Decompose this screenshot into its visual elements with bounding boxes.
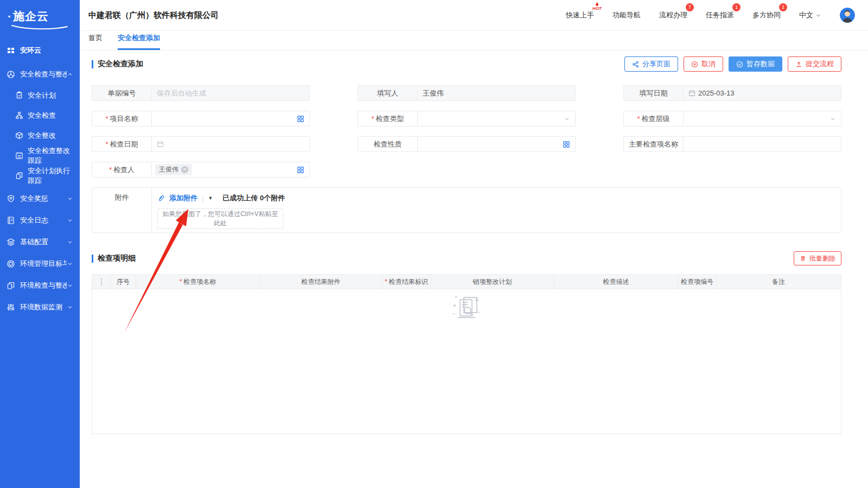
menu-label: 环境管理目标与... — [20, 259, 67, 269]
cube-icon — [15, 131, 23, 140]
sidebar-item-safety-rectify[interactable]: 安全整改 — [0, 125, 80, 145]
sidebar-item-env-check[interactable]: 环境检查与整改 — [0, 275, 80, 296]
sidebar-item-safety-log[interactable]: 安全日志 — [0, 210, 80, 231]
fill-date-value: 2025-03-13 — [698, 89, 735, 97]
grid-icon — [7, 46, 15, 55]
count-badge: 1 — [779, 3, 787, 11]
field-label: *检查日期 — [92, 137, 152, 151]
field-label: 填写日期 — [624, 86, 684, 100]
check-nature-input[interactable] — [418, 137, 575, 151]
top-nav: 快速上手 HOT 功能导航 流程办理 7 任务指派 1 多方协同 1 — [566, 8, 855, 23]
share-page-button[interactable]: 分享页面 — [624, 56, 678, 72]
check-date-picker[interactable] — [152, 137, 309, 151]
field-label: *检查人 — [92, 162, 152, 177]
section-accent-bar — [92, 60, 93, 68]
field-fill-date: 填写日期 2025-03-13 — [623, 85, 841, 101]
col-result-attachment: 检查结果附件 — [260, 275, 382, 289]
nav-feature-guide[interactable]: 功能导航 — [612, 10, 641, 20]
attachment-body: 添加附件 | ▼ 已成功上传 0个附件 如果您截图了，您可以通过Ctrl+V粘贴… — [152, 188, 841, 232]
field-label: 附件 — [92, 188, 152, 232]
sidebar-item-env-monitor[interactable]: 环境数据监测 — [0, 296, 80, 318]
checker-input[interactable]: 王俊伟 ✕ — [152, 162, 309, 177]
select-all-checkbox[interactable] — [101, 277, 102, 286]
tab-safety-check-add[interactable]: 安全检查添加 — [118, 33, 160, 50]
calendar-icon — [157, 141, 164, 148]
sidebar-item-safety-plan-track[interactable]: 安全计划执行跟踪 — [0, 166, 80, 186]
paste-dropzone[interactable]: 如果您截图了，您可以通过Ctrl+V粘贴至此处 — [157, 208, 283, 229]
nav-quick-start[interactable]: 快速上手 HOT — [566, 10, 594, 20]
nav-label: 多方协同 — [752, 11, 781, 19]
hot-badge: HOT — [592, 2, 602, 11]
field-doc-no: 单据编号 — [92, 85, 310, 101]
sidebar: 施企云 安环云 安全检查与整改 安全计划 安全检查 — [0, 0, 80, 488]
field-checker: *检查人 王俊伟 ✕ — [92, 162, 310, 178]
grid-picker-icon[interactable] — [297, 115, 304, 123]
grid-picker-icon[interactable] — [297, 166, 304, 174]
chevron-down-icon — [564, 116, 570, 122]
language-switcher[interactable]: 中文 — [799, 10, 821, 20]
sidebar-item-safety-check-group[interactable]: 安全检查与整改 — [0, 64, 80, 85]
top-header: 中建君联（广州）软件科技有限公司 快速上手 HOT 功能导航 流程办理 7 任务… — [80, 0, 868, 31]
paperclip-icon — [157, 194, 165, 202]
tab-home[interactable]: 首页 — [88, 33, 103, 50]
submit-flow-button[interactable]: 提交流程 — [788, 56, 841, 72]
chevron-down-icon — [67, 239, 73, 245]
detail-header: 检查项明细 批量删除 — [92, 250, 841, 267]
sidebar-item-env-target[interactable]: 环境管理目标与... — [0, 253, 80, 275]
pages-icon — [15, 172, 23, 180]
calendar-list-icon — [15, 151, 23, 160]
form-actions: 分享页面 取消 暂存数据 提交流程 — [624, 56, 841, 72]
check-type-select[interactable] — [418, 111, 575, 126]
field-check-level: *检查层级 — [623, 111, 841, 126]
nav-label: 任务指派 — [706, 11, 734, 19]
chevron-down-icon — [829, 116, 836, 122]
main-check-item-input[interactable] — [684, 137, 841, 151]
chevron-down-icon — [67, 304, 73, 310]
project-name-input[interactable] — [152, 111, 309, 126]
menu-label: 安全计划执行跟踪 — [28, 166, 73, 186]
sidebar-item-safety-rectify-track[interactable]: 安全检查整改跟踪 — [0, 145, 80, 166]
nav-label: 功能导航 — [612, 11, 641, 19]
check-level-select[interactable] — [684, 111, 841, 126]
sliders-icon — [7, 303, 15, 312]
field-label: *项目名称 — [92, 111, 152, 126]
count-badge: 7 — [686, 3, 694, 11]
menu-label: 环境检查与整改 — [20, 281, 67, 290]
col-seq: 序号 — [111, 275, 136, 289]
sidebar-item-safety-check[interactable]: 安全检查 — [0, 105, 80, 125]
company-name: 中建君联（广州）软件科技有限公司 — [88, 10, 219, 21]
save-draft-button[interactable]: 暂存数据 — [729, 56, 782, 72]
user-avatar[interactable] — [840, 8, 855, 23]
nav-task-assign[interactable]: 任务指派 1 — [706, 10, 734, 20]
check-circle-icon — [736, 61, 743, 68]
close-circle-icon — [691, 61, 698, 68]
tag-close-icon[interactable]: ✕ — [181, 166, 188, 173]
col-remark: 备注 — [717, 275, 840, 289]
select-all-cell — [92, 275, 111, 289]
detail-title: 检查项明细 — [98, 253, 136, 263]
attachment-dropdown-caret[interactable]: ▼ — [208, 195, 213, 201]
sidebar-item-safety-reward[interactable]: 安全奖惩 — [0, 188, 80, 210]
table-header-row: 序号 *检查项名称 检查结果附件 *检查结果标识 销项整改计划 检查描述 检查项… — [92, 275, 841, 289]
field-check-date: *检查日期 — [92, 136, 310, 152]
clipboard-icon — [15, 91, 23, 99]
sidebar-item-workspace[interactable]: 安环云 — [0, 40, 80, 61]
sidebar-item-safety-plan[interactable]: 安全计划 — [0, 85, 80, 105]
field-label: 检查性质 — [358, 137, 418, 151]
cancel-button[interactable]: 取消 — [684, 56, 723, 72]
app-logo-text: 施企云 — [8, 9, 72, 24]
sidebar-item-base-config[interactable]: 基础配置 — [0, 231, 80, 253]
batch-delete-button[interactable]: 批量删除 — [794, 251, 841, 265]
grid-picker-icon[interactable] — [563, 141, 570, 148]
main-area: 中建君联（广州）软件科技有限公司 快速上手 HOT 功能导航 流程办理 7 任务… — [80, 0, 868, 488]
add-attachment-button[interactable]: 添加附件 — [169, 193, 197, 203]
col-check-item-name: *检查项名称 — [136, 275, 260, 289]
chevron-down-icon — [67, 261, 73, 267]
field-check-type: *检查类型 — [358, 111, 576, 126]
nav-process-handle[interactable]: 流程办理 7 — [659, 10, 687, 20]
nav-multi-collab[interactable]: 多方协同 1 — [752, 10, 781, 20]
menu-label: 安全奖惩 — [20, 194, 67, 204]
menu-label: 安全日志 — [20, 216, 67, 225]
menu-label: 安全整改 — [28, 131, 56, 141]
menu-label: 基础配置 — [20, 237, 67, 247]
